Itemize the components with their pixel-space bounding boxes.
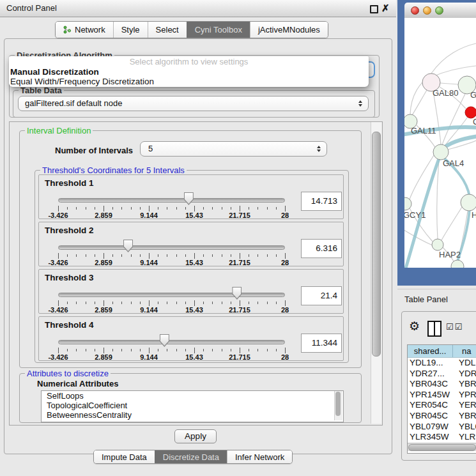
slider-track[interactable] [58, 245, 285, 250]
table-data-combobox[interactable]: galFiltered.sif default node [18, 96, 369, 111]
table-row[interactable]: YBR045CYBR0 [408, 411, 476, 422]
table-cell[interactable]: YBL079W [408, 422, 455, 433]
table-cell[interactable]: YBR043C [408, 379, 455, 390]
threshold-3-slider[interactable] [58, 289, 285, 302]
table-cell[interactable]: YBR045C [408, 411, 455, 422]
minimize-traffic-light-icon[interactable] [423, 6, 431, 15]
table-cell[interactable]: YLR345W [408, 432, 455, 443]
close-icon[interactable]: ✗ [381, 3, 390, 14]
node-hap2[interactable] [432, 239, 443, 250]
slider-tick [95, 207, 95, 210]
table-row[interactable]: YBR043CYBR0 [408, 379, 476, 390]
slider-tick [176, 207, 177, 210]
table-row[interactable]: YDR27...YDR2 [408, 369, 476, 380]
slider-thumb[interactable] [160, 334, 169, 347]
table-cell[interactable]: YDL19... [408, 358, 455, 369]
slider-tick [58, 206, 59, 211]
slider-tick [131, 207, 132, 210]
table-row[interactable]: YPR145WYPR1 [408, 390, 476, 401]
gear-icon[interactable]: ⚙ [409, 319, 420, 333]
threshold-3-label: Threshold 3 [45, 273, 94, 282]
threshold-1-value-field[interactable]: 14.713 [301, 192, 342, 211]
slider-tick [276, 349, 277, 351]
float-window-icon[interactable] [370, 5, 378, 13]
number-of-intervals-label: Number of Intervals [55, 146, 133, 155]
threshold-3-value-field[interactable]: 21.4 [301, 286, 342, 305]
slider-thumb[interactable] [184, 192, 194, 205]
table-row[interactable]: YLR345WYLR3 [408, 432, 476, 443]
algorithm-option-manual-discretization[interactable]: Manual Discretization [9, 67, 369, 77]
slider-tick [203, 207, 204, 210]
table-cell[interactable]: YPR145W [408, 390, 455, 401]
node-h[interactable] [461, 194, 476, 211]
tab-select[interactable]: Select [148, 22, 187, 38]
close-traffic-light-icon[interactable] [411, 6, 419, 15]
network-window-titlebar [404, 3, 476, 19]
attributes-group-label: Attributes to discretize [25, 369, 111, 378]
slider-thumb[interactable] [123, 240, 133, 252]
table-hscrollbar-track[interactable] [408, 443, 476, 451]
tab-discretize-data[interactable]: Discretize Data [155, 450, 227, 463]
threshold-2-value-field[interactable]: 6.316 [301, 239, 342, 258]
tab-style[interactable]: Style [113, 22, 148, 38]
threshold-2-slider[interactable] [58, 242, 285, 254]
table-cell[interactable]: YDR2 [455, 369, 476, 380]
zoom-traffic-light-icon[interactable] [435, 6, 443, 15]
attribute-item[interactable]: BetweennessCentrality [42, 410, 343, 420]
table-cell[interactable]: YPR1 [455, 390, 476, 401]
slider-tick-row [58, 300, 285, 306]
table-cell[interactable]: YBL0 [455, 422, 476, 433]
table-cell[interactable]: YDR27... [408, 369, 455, 380]
tab-impute-data[interactable]: Impute Data [94, 450, 155, 463]
node-gal4[interactable] [433, 144, 449, 160]
table-row[interactable]: YBL079WYBL0 [408, 422, 476, 433]
tab-discretize-data-label: Discretize Data [163, 452, 219, 462]
node-gcy1[interactable] [404, 197, 411, 210]
tab-jactivemnodules[interactable]: jActiveMNodules [250, 22, 328, 38]
slider-tick [167, 302, 167, 304]
attribute-item[interactable]: SelfLoops [42, 391, 343, 401]
attributes-scrollbar-thumb[interactable] [335, 392, 341, 416]
slider-track[interactable] [58, 340, 285, 344]
table-cell[interactable]: YLR3 [455, 432, 476, 443]
algorithm-option-equal-width-frequency[interactable]: Equal Width/Frequency Discretization [9, 77, 369, 86]
slider-tick [86, 302, 86, 304]
table-row[interactable]: YDL19...YDL1 [408, 358, 476, 369]
tab-cyni-toolbox[interactable]: Cyni Toolbox [187, 22, 250, 38]
table-data-combobox-value: galFiltered.sif default node [19, 98, 122, 108]
threshold-4-value-field[interactable]: 11.344 [301, 334, 342, 353]
threshold-1-slider[interactable] [58, 194, 285, 207]
table-cell[interactable]: YER054C [408, 400, 455, 411]
slider-track[interactable] [58, 293, 285, 297]
network-view-canvas[interactable]: GAL80 GA C GAL11 GAL4 GCY1 H HAP2 [404, 18, 476, 268]
settings-scrollbar-thumb[interactable] [372, 132, 381, 357]
slider-thumb[interactable] [232, 287, 242, 300]
tab-network[interactable]: Network [56, 22, 113, 38]
slider-tick [167, 349, 167, 351]
apply-button[interactable]: Apply [174, 429, 217, 443]
node-bottom-partial[interactable] [451, 260, 464, 268]
tab-infer-network[interactable]: Infer Network [227, 450, 292, 463]
checkbox-icons[interactable]: ☑☑ [446, 322, 463, 332]
table-cell[interactable]: YBR0 [455, 379, 476, 390]
slider-tick-label: 9.144 [140, 259, 158, 266]
split-columns-icon[interactable] [427, 321, 441, 337]
threshold-4-slider[interactable] [58, 336, 285, 349]
number-of-intervals-combobox[interactable]: 5 [140, 141, 327, 157]
slider-track[interactable] [58, 198, 285, 203]
table-cell[interactable]: YDL1 [455, 358, 476, 369]
control-panel-tabs: Network Style Select Cyni Toolbox jActiv… [55, 21, 328, 38]
numerical-attributes-list[interactable]: SelfLoopsTopologicalCoefficientBetweenne… [41, 390, 344, 422]
slider-tick [240, 300, 240, 306]
column-header-shared[interactable]: shared... [408, 345, 453, 357]
slider-tick [249, 302, 249, 304]
slider-tick [285, 206, 286, 211]
table-cell[interactable]: YBR0 [455, 411, 476, 422]
slider-tick [112, 207, 113, 210]
slider-tick [231, 207, 231, 210]
attribute-item[interactable]: TopologicalCoefficient [42, 401, 343, 410]
table-hscrollbar-thumb[interactable] [408, 444, 476, 451]
column-header-name[interactable]: na [453, 345, 476, 357]
table-row[interactable]: YER054CYER0 [408, 400, 476, 411]
table-cell[interactable]: YER0 [455, 400, 476, 411]
